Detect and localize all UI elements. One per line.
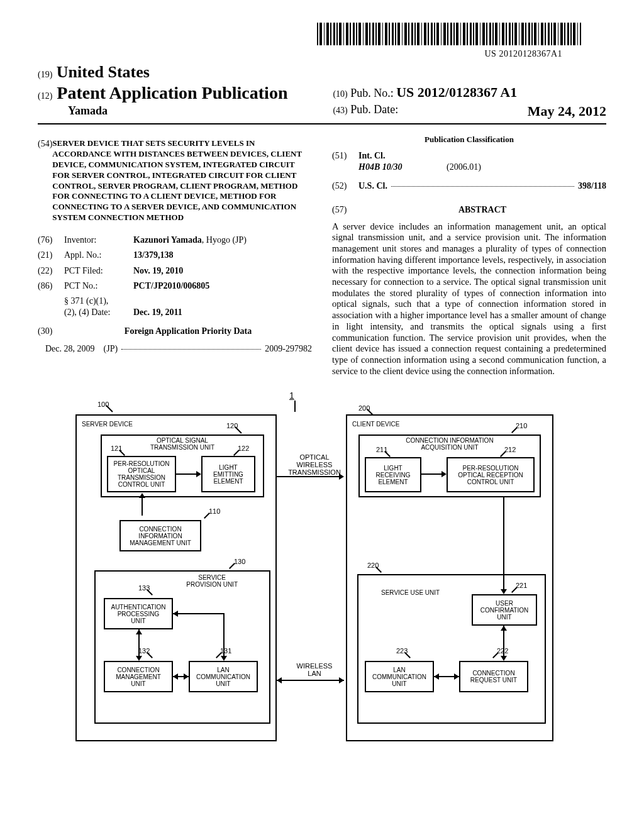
arrow-line bbox=[176, 473, 197, 475]
arrow-line bbox=[142, 497, 143, 516]
priority-head-row: (30) Foreign Application Priority Data bbox=[38, 326, 312, 337]
pubdate-prefix: (43) bbox=[333, 106, 347, 115]
light-recv-box: LIGHT RECEIVING ELEMENT bbox=[365, 457, 421, 492]
light-recv-label: LIGHT RECEIVING ELEMENT bbox=[375, 465, 410, 485]
light-emit-label: LIGHT EMITTING ELEMENT bbox=[213, 464, 243, 485]
country-prefix: (19) bbox=[38, 70, 52, 79]
user-conf-box: USER CONFIRMATION UNIT bbox=[472, 594, 537, 626]
ref-110: 110 bbox=[209, 507, 220, 515]
per-res-tx-box: PER-RESOLUTION OPTICAL TRANSMISSION CONT… bbox=[107, 456, 176, 492]
ref-212: 212 bbox=[504, 446, 516, 453]
dots-leader bbox=[391, 180, 574, 187]
barcode-icon bbox=[317, 23, 581, 45]
abstract-head-row: (57) ABSTRACT bbox=[332, 204, 606, 216]
pub-number-line: (10) Pub. No.: US 2012/0128367 A1 bbox=[333, 84, 606, 101]
barcode-number: US 20120128367A1 bbox=[38, 49, 562, 59]
intcl-value-row: H04B 10/30 (2006.01) bbox=[358, 162, 606, 173]
uscl-label: U.S. Cl. bbox=[358, 180, 387, 192]
conn-mgmt-label: CONNECTION MANAGEMENT UNIT bbox=[116, 667, 161, 687]
appl-value: 13/379,138 bbox=[133, 250, 173, 261]
ref-131: 131 bbox=[220, 647, 231, 655]
intcl-year: (2006.01) bbox=[447, 162, 481, 173]
s371-block: § 371 (c)(1), (2), (4) Date: Dec. 19, 20… bbox=[64, 296, 312, 318]
abstract-text: A server device includes an information … bbox=[332, 221, 606, 377]
patent-title: SERVER DEVICE THAT SETS SECURITY LEVELS … bbox=[52, 138, 312, 223]
ref-1: 1 bbox=[289, 390, 294, 401]
intcl-label: Int. Cl. bbox=[358, 150, 385, 162]
pctfiled-value: Nov. 19, 2010 bbox=[133, 265, 183, 277]
arrow-line bbox=[177, 676, 189, 677]
arrow-line bbox=[503, 630, 504, 656]
pub-date-line: (43) Pub. Date: May 24, 2012 bbox=[333, 103, 606, 119]
pub-date: May 24, 2012 bbox=[528, 103, 606, 119]
barcode-block bbox=[38, 23, 581, 48]
per-res-tx-label: PER-RESOLUTION OPTICAL TRANSMISSION CONT… bbox=[114, 460, 170, 488]
left-column: (54) SERVER DEVICE THAT SETS SECURITY LE… bbox=[38, 135, 312, 377]
pub-number: US 2012/0128367 A1 bbox=[396, 84, 517, 100]
conn-info-mgmt-label: CONNECTION INFORMATION MANAGEMENT UNIT bbox=[130, 526, 191, 546]
prio-date: Dec. 28, 2009 bbox=[45, 343, 95, 355]
leader-line bbox=[294, 401, 296, 412]
figure-1: 1 100 200 SERVER DEVICE 120 OPTICAL SIGN… bbox=[38, 396, 606, 748]
pub-prefix: (12) bbox=[38, 91, 52, 101]
arrow-line bbox=[177, 613, 184, 614]
client-device-label: CLIENT DEVICE bbox=[352, 421, 399, 428]
pctfiled-row: (22) PCT Filed: Nov. 19, 2010 bbox=[38, 265, 312, 277]
prio-code: (30) bbox=[38, 326, 64, 337]
inventor-code: (76) bbox=[38, 235, 64, 246]
header: (19) United States (12) Patent Applicati… bbox=[38, 63, 606, 124]
intcl-code: (51) bbox=[332, 150, 358, 162]
ref-130: 130 bbox=[234, 558, 245, 565]
lan-comm-server-box: LAN COMMUNICATION UNIT bbox=[189, 661, 258, 692]
lan-comm-client-box: LAN COMMUNICATION UNIT bbox=[365, 661, 434, 692]
dots-leader bbox=[121, 343, 261, 350]
service-provision-label: SERVICE PROVISION UNIT bbox=[186, 574, 238, 588]
conn-info-mgmt-box: CONNECTION INFORMATION MANAGEMENT UNIT bbox=[119, 520, 201, 551]
appl-code: (21) bbox=[38, 250, 64, 261]
conn-info-acq-label: CONNECTION INFORMATION ACQUISITION UNIT bbox=[406, 437, 493, 451]
auth-proc-box: AUTHENTICATION PROCESSING UNIT bbox=[104, 598, 173, 629]
ref-122: 122 bbox=[238, 445, 249, 452]
inventor-loc: , Hyogo (JP) bbox=[202, 235, 247, 245]
body-columns: (54) SERVER DEVICE THAT SETS SECURITY LE… bbox=[38, 135, 606, 377]
inventor-value: Kazunori Yamada, Hyogo (JP) bbox=[133, 235, 247, 246]
auth-proc-label: AUTHENTICATION PROCESSING UNIT bbox=[111, 604, 165, 624]
classification-heading: Publication Classification bbox=[332, 135, 606, 145]
pctno-value: PCT/JP2010/006805 bbox=[133, 280, 209, 292]
arrow-line bbox=[277, 476, 340, 477]
appl-row: (21) Appl. No.: 13/379,138 bbox=[38, 250, 312, 261]
conn-req-label: CONNECTION REQUEST UNIT bbox=[470, 670, 517, 683]
inventor-label: Inventor: bbox=[64, 235, 133, 246]
leader-line bbox=[106, 406, 113, 412]
user-conf-label: USER CONFIRMATION UNIT bbox=[480, 600, 528, 621]
author-name: Yamada bbox=[68, 104, 333, 118]
inventor-name: Kazunori Yamada bbox=[133, 235, 202, 245]
publication-type-line: (12) Patent Application Publication bbox=[38, 83, 333, 103]
light-emit-box: LIGHT EMITTING ELEMENT bbox=[201, 456, 255, 492]
pctfiled-label: PCT Filed: bbox=[64, 265, 133, 277]
header-right: (10) Pub. No.: US 2012/0128367 A1 (43) P… bbox=[333, 63, 606, 119]
priority-data-row: Dec. 28, 2009 (JP) 2009-297982 bbox=[45, 343, 312, 355]
abstract-heading: ABSTRACT bbox=[358, 204, 606, 216]
server-device-label: SERVER DEVICE bbox=[82, 421, 133, 428]
pctno-row: (86) PCT No.: PCT/JP2010/006805 bbox=[38, 280, 312, 292]
s371-line1: § 371 (c)(1), bbox=[64, 296, 312, 307]
optical-wireless-label: OPTICAL WIRELESS TRANSMISSION bbox=[286, 453, 343, 476]
country-line: (19) United States bbox=[38, 63, 333, 82]
arrow-line bbox=[138, 634, 140, 656]
lan-comm-server-label: LAN COMMUNICATION UNIT bbox=[196, 667, 250, 687]
ref-221: 221 bbox=[516, 582, 527, 589]
ref-210: 210 bbox=[516, 422, 527, 429]
prio-appnum: 2009-297982 bbox=[265, 343, 312, 355]
arrow-line bbox=[438, 676, 459, 677]
wireless-lan-label: WIRELESS LAN bbox=[289, 662, 340, 677]
per-res-rx-box: PER-RESOLUTION OPTICAL RECEPTION CONTROL… bbox=[447, 457, 535, 492]
uscl-code: (52) bbox=[332, 180, 358, 192]
optical-tx-unit-label: OPTICAL SIGNAL TRANSMISSION UNIT bbox=[150, 437, 214, 451]
pctfiled-code: (22) bbox=[38, 265, 64, 277]
arrow-line bbox=[281, 680, 344, 681]
per-res-rx-label: PER-RESOLUTION OPTICAL RECEPTION CONTROL… bbox=[458, 465, 523, 485]
pubno-label: Pub. No.: bbox=[350, 87, 394, 99]
arrow-line bbox=[223, 613, 225, 656]
abstract-code: (57) bbox=[332, 204, 358, 216]
